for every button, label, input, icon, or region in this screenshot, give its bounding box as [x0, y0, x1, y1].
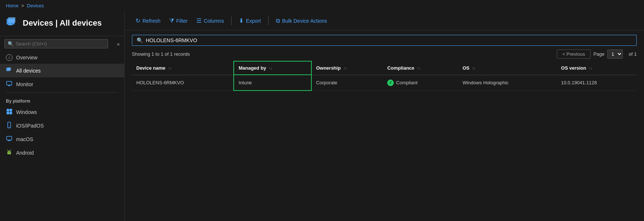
collapse-button[interactable]: «	[112, 38, 124, 50]
records-pagination-row: Showing 1 to 1 of 1 records < Previous P…	[125, 49, 644, 61]
svg-rect-6	[7, 81, 12, 85]
svg-rect-5	[7, 67, 11, 70]
macos-icon	[6, 135, 12, 143]
sidebar-item-overview[interactable]: i Overview	[0, 51, 124, 64]
svg-line-17	[7, 150, 8, 151]
devices-table: Device name ↑↓ Managed by ↑↓ Ownership ↑…	[132, 61, 637, 91]
sidebar-item-windows[interactable]: Windows	[0, 105, 124, 119]
sort-icon-managed-by[interactable]: ↑↓	[269, 67, 272, 70]
sidebar-item-macos-label: macOS	[16, 136, 33, 142]
sidebar-item-all-devices[interactable]: All devices	[0, 64, 124, 77]
main-search-field[interactable]: 🔍	[132, 35, 637, 46]
breadcrumb-separator: >	[21, 3, 24, 8]
by-platform-label: By platform	[0, 94, 124, 105]
svg-rect-1	[8, 17, 15, 23]
sort-icon-ownership[interactable]: ↑↓	[344, 67, 347, 70]
sidebar-search-row: 🔍 «	[0, 36, 124, 51]
main-layout: Devices | All devices 🔍 « i Overview	[0, 11, 644, 221]
col-os-version[interactable]: OS version ↑↓	[557, 61, 637, 75]
columns-icon: ☰	[196, 17, 201, 24]
col-managed-by-label: Managed by	[238, 65, 266, 71]
export-icon: ⬇	[239, 17, 244, 24]
all-devices-icon	[6, 67, 12, 74]
breadcrumb-current[interactable]: Devices	[27, 3, 44, 8]
records-info: Showing 1 to 1 of 1 records	[132, 51, 557, 57]
monitor-icon	[6, 80, 12, 88]
sidebar-item-all-devices-label: All devices	[16, 68, 41, 74]
columns-label: Columns	[204, 18, 224, 24]
cell-managed-by: Intune	[234, 75, 311, 91]
breadcrumb-home[interactable]: Home	[6, 3, 19, 8]
table-row[interactable]: HOLOLENS-6RMKVO Intune Corporate ✓ Compl…	[132, 75, 637, 91]
sort-icon-os-version[interactable]: ↑↓	[589, 67, 592, 70]
of-label: of 1	[629, 51, 637, 57]
sort-icon-compliance[interactable]: ↑↓	[417, 67, 421, 70]
page-header: Devices | All devices	[0, 11, 124, 36]
page-select[interactable]: 1	[607, 49, 623, 59]
filter-icon: ⧩	[169, 18, 174, 24]
col-os[interactable]: OS ↑↓	[458, 61, 557, 75]
col-compliance[interactable]: Compliance ↑↓	[383, 61, 458, 75]
page-label: Page	[593, 51, 604, 57]
ios-icon	[6, 122, 12, 129]
compliant-badge: ✓ Compliant	[387, 80, 454, 86]
export-button[interactable]: ⬇ Export	[235, 15, 264, 26]
sidebar-item-android-label: Android	[16, 150, 34, 156]
svg-rect-10	[10, 109, 12, 111]
toolbar-divider-1	[231, 16, 232, 25]
cell-os: Windows Holographic	[458, 75, 557, 91]
sort-icon-os[interactable]: ↑↓	[472, 67, 475, 70]
sort-icon-device-name[interactable]: ↑↓	[168, 67, 171, 70]
svg-point-14	[9, 127, 10, 128]
cell-device-name: HOLOLENS-6RMKVO	[132, 75, 234, 91]
android-icon	[6, 149, 12, 156]
refresh-label: Refresh	[143, 18, 160, 24]
svg-rect-9	[7, 109, 9, 111]
col-ownership-label: Ownership	[316, 65, 341, 71]
refresh-button[interactable]: ↻ Refresh	[132, 15, 164, 26]
previous-button[interactable]: < Previous	[557, 49, 591, 59]
search-field-row: 🔍	[125, 30, 644, 49]
col-device-name-label: Device name	[136, 65, 166, 71]
sidebar-item-android[interactable]: Android	[0, 146, 124, 159]
breadcrumb: Home > Devices	[0, 0, 644, 11]
filter-label: Filter	[176, 18, 188, 24]
cell-compliance: ✓ Compliant	[383, 75, 458, 91]
bulk-actions-button[interactable]: ⧉ Bulk Device Actions	[272, 15, 331, 26]
svg-point-20	[10, 152, 11, 152]
svg-rect-3	[8, 25, 12, 25]
svg-rect-2	[10, 22, 11, 25]
section-divider	[6, 92, 118, 93]
main-search-icon: 🔍	[137, 37, 143, 43]
svg-point-19	[8, 152, 9, 152]
sidebar-item-ios[interactable]: iOS/iPadOS	[0, 119, 124, 132]
windows-icon	[6, 108, 12, 116]
col-os-label: OS	[463, 65, 470, 71]
info-icon: i	[6, 54, 12, 61]
columns-button[interactable]: ☰ Columns	[193, 15, 227, 26]
svg-rect-11	[7, 112, 9, 114]
sidebar-search-input[interactable]	[16, 41, 105, 47]
col-ownership[interactable]: Ownership ↑↓	[311, 61, 383, 75]
sidebar-item-macos[interactable]: macOS	[0, 132, 124, 146]
svg-rect-12	[10, 112, 12, 114]
sidebar: Devices | All devices 🔍 « i Overview	[0, 11, 125, 221]
content-area: ↻ Refresh ⧩ Filter ☰ Columns ⬇ Export	[125, 11, 644, 221]
sidebar-item-overview-label: Overview	[16, 55, 37, 60]
filter-button[interactable]: ⧩ Filter	[166, 15, 191, 26]
sidebar-item-ios-label: iOS/iPadOS	[16, 123, 44, 129]
sidebar-item-windows-label: Windows	[16, 109, 37, 115]
col-device-name[interactable]: Device name ↑↓	[132, 61, 234, 75]
export-label: Export	[246, 18, 260, 24]
main-search-input[interactable]	[146, 37, 632, 43]
toolbar: ↻ Refresh ⧩ Filter ☰ Columns ⬇ Export	[125, 11, 644, 30]
col-managed-by[interactable]: Managed by ↑↓	[234, 61, 311, 75]
bulk-actions-icon: ⧉	[276, 18, 280, 24]
bulk-actions-label: Bulk Device Actions	[282, 18, 327, 24]
table-container: Device name ↑↓ Managed by ↑↓ Ownership ↑…	[125, 61, 644, 221]
sidebar-item-monitor[interactable]: Monitor	[0, 77, 124, 91]
sidebar-search-icon: 🔍	[8, 41, 14, 47]
sidebar-search-bar[interactable]: 🔍	[4, 39, 108, 48]
cell-ownership: Corporate	[311, 75, 383, 91]
sidebar-item-monitor-label: Monitor	[16, 81, 33, 87]
